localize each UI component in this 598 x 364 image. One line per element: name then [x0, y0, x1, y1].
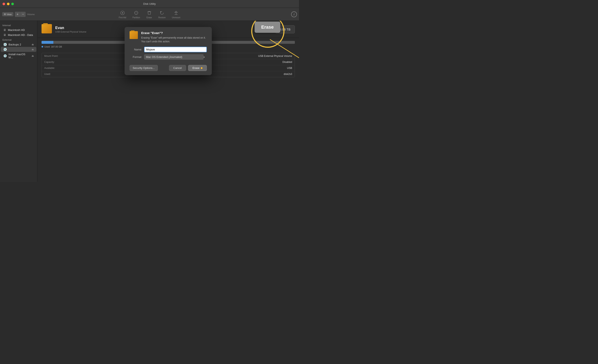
unmount-label: Unmount [172, 16, 180, 19]
toolbar: ⊞ View + − Volume First Aid [0, 8, 299, 21]
erase-button-label: Erase [192, 66, 199, 70]
security-options-button[interactable]: Security Options... [130, 65, 158, 71]
sidebar-item-evan[interactable]: 💽 ⏏ [1, 47, 36, 52]
modal-title: Erase "Evan"? [141, 31, 207, 35]
minimize-button[interactable] [7, 2, 9, 5]
first-aid-icon [120, 10, 125, 16]
sidebar-item-label: Macintosh HD [8, 28, 25, 32]
sidebar-item-label: Macintosh HD - Data [8, 33, 33, 37]
toolbar-left: ⊞ View + − Volume [2, 12, 35, 17]
eject-icon[interactable]: ⏏ [32, 48, 34, 51]
external-section-label: External [0, 37, 37, 42]
modal-form: Name: Format: Mac OS Extended (Journaled… [130, 47, 207, 60]
eject-icon[interactable]: ⏏ [32, 54, 34, 57]
partition-icon [133, 10, 139, 16]
disk-icon: 💿 [3, 54, 7, 57]
sidebar-item-macintosh-hd-data[interactable]: 🖥 Macintosh HD - Data [1, 32, 36, 37]
erase-label: Erase [147, 16, 152, 19]
close-button[interactable] [2, 2, 5, 5]
disk-icon: 💽 [3, 48, 7, 51]
format-label: Format: [130, 55, 142, 58]
main-layout: Internal 🖥 Macintosh HD 🖥 Macintosh HD -… [0, 21, 299, 182]
window-title: Disk Utility [143, 2, 156, 5]
remove-button[interactable]: − [20, 12, 25, 17]
disk-icon: 💽 [3, 43, 7, 46]
sidebar-item-macintosh-hd[interactable]: 🖥 Macintosh HD [1, 27, 36, 32]
unmount-toolbar-item[interactable]: Unmount [172, 10, 180, 19]
first-aid-label: First Aid [119, 16, 126, 19]
traffic-lights [2, 2, 14, 5]
sidebar: Internal 🖥 Macintosh HD 🖥 Macintosh HD -… [0, 21, 37, 182]
callout-circle [251, 21, 284, 48]
add-button[interactable]: + [15, 12, 20, 17]
svg-line-2 [270, 40, 299, 64]
info-button[interactable]: i [291, 11, 297, 17]
partition-toolbar-item[interactable]: Partition [133, 10, 140, 19]
modal-description: Erasing "Evan" will permanently erase al… [141, 36, 207, 43]
volume-label: Volume [27, 13, 35, 16]
view-button[interactable]: ⊞ View [2, 12, 14, 16]
modal-text: Erase "Evan"? Erasing "Evan" will perman… [141, 31, 207, 43]
modal-overlay: Erase "Evan"? Erasing "Evan" will perman… [37, 21, 299, 182]
erase-confirm-button[interactable]: Erase [188, 65, 207, 71]
modal-body: Erase "Evan"? Erasing "Evan" will perman… [125, 27, 212, 75]
modal-header: Erase "Evan"? Erasing "Evan" will perman… [130, 31, 207, 43]
callout-erase-label: Erase [261, 24, 274, 30]
restore-toolbar-item[interactable]: Restore [158, 10, 166, 19]
disk-icon: 🖥 [3, 28, 6, 32]
restore-icon [159, 10, 165, 16]
sidebar-item-install-macos[interactable]: 💿 Install macOS M... ⏏ [1, 52, 36, 60]
erase-dot-indicator [201, 67, 202, 69]
modal-actions: Security Options... Cancel Erase [130, 63, 207, 71]
view-icon: ⊞ [4, 13, 6, 16]
content-area: Evan USB External Physical Volume 3.98 T… [37, 21, 299, 182]
erase-toolbar-item[interactable]: Erase [146, 10, 152, 19]
erase-modal: Erase "Evan"? Erasing "Evan" will perman… [125, 27, 212, 75]
sidebar-item-label: Backups 2 [8, 43, 21, 46]
add-remove-pair: + − [15, 12, 26, 17]
unmount-icon [173, 10, 179, 16]
maximize-button[interactable] [11, 2, 14, 5]
disk-icon: 🖥 [3, 33, 6, 37]
view-label: View [7, 13, 12, 16]
sidebar-item-backups2[interactable]: 💽 Backups 2 ⏏ [1, 42, 36, 47]
cancel-button[interactable]: Cancel [169, 65, 186, 71]
first-aid-toolbar-item[interactable]: First Aid [119, 10, 126, 19]
name-input[interactable] [144, 47, 207, 52]
erase-icon [146, 10, 152, 16]
toolbar-right: i [291, 11, 297, 17]
format-select[interactable]: Mac OS Extended (Journaled) Mac OS Exten… [144, 54, 203, 60]
name-row: Name: [130, 47, 207, 52]
callout-line [264, 29, 299, 71]
name-label: Name: [130, 48, 142, 51]
restore-label: Restore [158, 16, 166, 19]
modal-drive-icon [130, 31, 138, 39]
toolbar-center: First Aid Partition Erase [119, 10, 180, 19]
format-row: Format: Mac OS Extended (Journaled) Mac … [130, 54, 207, 60]
callout-erase-button: Erase [255, 22, 280, 33]
title-bar: Disk Utility [0, 0, 299, 8]
eject-icon[interactable]: ⏏ [32, 43, 34, 46]
partition-label: Partition [133, 16, 140, 19]
sidebar-item-label: Install macOS M... [8, 53, 30, 59]
internal-section-label: Internal [0, 23, 37, 27]
format-select-wrapper: Mac OS Extended (Journaled) Mac OS Exten… [144, 54, 207, 60]
